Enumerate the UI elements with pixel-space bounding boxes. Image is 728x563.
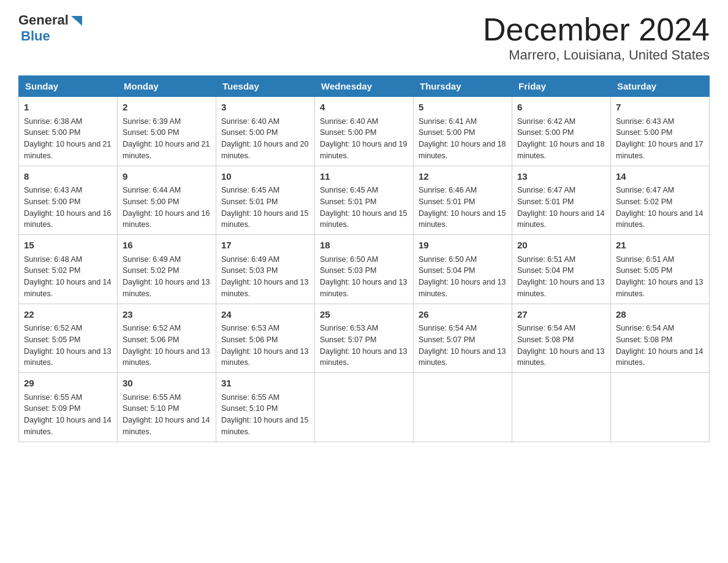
- calendar-header: SundayMondayTuesdayWednesdayThursdayFrid…: [19, 76, 710, 97]
- sunrise-label: Sunrise: 6:47 AM: [517, 186, 575, 194]
- daylight-label: Daylight: 10 hours and 13 minutes.: [24, 347, 111, 367]
- sunrise-label: Sunrise: 6:50 AM: [320, 255, 378, 264]
- sunset-label: Sunset: 5:07 PM: [320, 335, 376, 344]
- sunset-label: Sunset: 5:04 PM: [419, 266, 475, 275]
- sunset-label: Sunset: 5:01 PM: [320, 197, 376, 206]
- calendar-cell: 26Sunrise: 6:54 AMSunset: 5:07 PMDayligh…: [414, 304, 512, 373]
- sunset-label: Sunset: 5:00 PM: [24, 197, 80, 206]
- weekday-header-sunday: Sunday: [19, 76, 118, 97]
- sunrise-label: Sunrise: 6:43 AM: [24, 186, 82, 194]
- calendar-cell: 12Sunrise: 6:46 AMSunset: 5:01 PMDayligh…: [414, 166, 512, 235]
- sunrise-label: Sunrise: 6:48 AM: [24, 255, 82, 264]
- daylight-label: Daylight: 10 hours and 19 minutes.: [320, 140, 407, 160]
- daylight-label: Daylight: 10 hours and 13 minutes.: [320, 278, 407, 298]
- svg-marker-0: [71, 16, 82, 26]
- day-number: 8: [24, 170, 112, 184]
- sunrise-label: Sunrise: 6:54 AM: [616, 324, 674, 332]
- calendar-cell: 9Sunrise: 6:44 AMSunset: 5:00 PMDaylight…: [118, 166, 216, 235]
- daylight-label: Daylight: 10 hours and 21 minutes.: [123, 140, 210, 160]
- sunset-label: Sunset: 5:09 PM: [24, 404, 80, 413]
- calendar-cell: 4Sunrise: 6:40 AMSunset: 5:00 PMDaylight…: [315, 97, 414, 166]
- sunset-label: Sunset: 5:00 PM: [517, 128, 574, 137]
- sunset-label: Sunset: 5:01 PM: [517, 197, 574, 206]
- calendar-cell: 30Sunrise: 6:55 AMSunset: 5:10 PMDayligh…: [118, 373, 216, 442]
- calendar-week-row: 1Sunrise: 6:38 AMSunset: 5:00 PMDaylight…: [19, 97, 710, 166]
- day-number: 13: [517, 170, 605, 184]
- day-number: 20: [517, 239, 605, 253]
- day-number: 14: [616, 170, 704, 184]
- day-number: 29: [24, 377, 112, 391]
- calendar-cell: 27Sunrise: 6:54 AMSunset: 5:08 PMDayligh…: [512, 304, 611, 373]
- calendar-cell: 1Sunrise: 6:38 AMSunset: 5:00 PMDaylight…: [19, 97, 118, 166]
- day-number: 19: [419, 239, 507, 253]
- calendar-week-row: 22Sunrise: 6:52 AMSunset: 5:05 PMDayligh…: [19, 304, 710, 373]
- daylight-label: Daylight: 10 hours and 13 minutes.: [123, 347, 210, 367]
- calendar-cell: 18Sunrise: 6:50 AMSunset: 5:03 PMDayligh…: [315, 235, 414, 304]
- sunrise-label: Sunrise: 6:51 AM: [517, 255, 575, 264]
- calendar-cell: 22Sunrise: 6:52 AMSunset: 5:05 PMDayligh…: [19, 304, 118, 373]
- daylight-label: Daylight: 10 hours and 13 minutes.: [221, 278, 308, 298]
- calendar-cell: [512, 373, 611, 442]
- daylight-label: Daylight: 10 hours and 13 minutes.: [320, 347, 407, 367]
- sunset-label: Sunset: 5:06 PM: [221, 335, 278, 344]
- daylight-label: Daylight: 10 hours and 14 minutes.: [517, 209, 604, 229]
- day-number: 5: [419, 101, 507, 115]
- day-number: 2: [123, 101, 211, 115]
- sunset-label: Sunset: 5:00 PM: [123, 197, 179, 206]
- sunrise-label: Sunrise: 6:38 AM: [24, 117, 82, 126]
- sunrise-label: Sunrise: 6:53 AM: [221, 324, 279, 332]
- day-number: 21: [616, 239, 704, 253]
- sunrise-label: Sunrise: 6:39 AM: [123, 117, 181, 126]
- calendar-cell: 13Sunrise: 6:47 AMSunset: 5:01 PMDayligh…: [512, 166, 611, 235]
- sunrise-label: Sunrise: 6:43 AM: [616, 117, 674, 126]
- calendar-cell: 5Sunrise: 6:41 AMSunset: 5:00 PMDaylight…: [414, 97, 512, 166]
- daylight-label: Daylight: 10 hours and 14 minutes.: [616, 347, 703, 367]
- day-number: 16: [123, 239, 211, 253]
- calendar-cell: 17Sunrise: 6:49 AMSunset: 5:03 PMDayligh…: [216, 235, 315, 304]
- sunset-label: Sunset: 5:02 PM: [123, 266, 179, 275]
- calendar-cell: [315, 373, 414, 442]
- sunrise-label: Sunrise: 6:44 AM: [123, 186, 181, 194]
- daylight-label: Daylight: 10 hours and 14 minutes.: [616, 209, 703, 229]
- day-number: 7: [616, 101, 704, 115]
- weekday-header-tuesday: Tuesday: [216, 76, 315, 97]
- day-number: 26: [419, 308, 507, 322]
- calendar-cell: 31Sunrise: 6:55 AMSunset: 5:10 PMDayligh…: [216, 373, 315, 442]
- daylight-label: Daylight: 10 hours and 20 minutes.: [221, 140, 308, 160]
- sunset-label: Sunset: 5:05 PM: [24, 335, 80, 344]
- daylight-label: Daylight: 10 hours and 14 minutes.: [24, 416, 111, 436]
- calendar-cell: 14Sunrise: 6:47 AMSunset: 5:02 PMDayligh…: [611, 166, 710, 235]
- day-number: 18: [320, 239, 408, 253]
- daylight-label: Daylight: 10 hours and 13 minutes.: [616, 278, 703, 298]
- sunset-label: Sunset: 5:03 PM: [221, 266, 278, 275]
- calendar-title: December 2024: [483, 12, 710, 47]
- calendar-cell: 25Sunrise: 6:53 AMSunset: 5:07 PMDayligh…: [315, 304, 414, 373]
- calendar-cell: 6Sunrise: 6:42 AMSunset: 5:00 PMDaylight…: [512, 97, 611, 166]
- logo: General Blue: [18, 12, 83, 44]
- sunset-label: Sunset: 5:08 PM: [616, 335, 672, 344]
- daylight-label: Daylight: 10 hours and 15 minutes.: [419, 209, 506, 229]
- sunset-label: Sunset: 5:01 PM: [221, 197, 278, 206]
- sunrise-label: Sunrise: 6:49 AM: [221, 255, 279, 264]
- day-number: 12: [419, 170, 507, 184]
- sunrise-label: Sunrise: 6:55 AM: [221, 393, 279, 402]
- sunset-label: Sunset: 5:02 PM: [24, 266, 80, 275]
- weekday-header-wednesday: Wednesday: [315, 76, 414, 97]
- sunrise-label: Sunrise: 6:49 AM: [123, 255, 181, 264]
- calendar-table: SundayMondayTuesdayWednesdayThursdayFrid…: [18, 75, 710, 442]
- sunrise-label: Sunrise: 6:42 AM: [517, 117, 575, 126]
- day-number: 1: [24, 101, 112, 115]
- calendar-subtitle: Marrero, Louisiana, United States: [483, 47, 710, 63]
- daylight-label: Daylight: 10 hours and 13 minutes.: [123, 278, 210, 298]
- daylight-label: Daylight: 10 hours and 17 minutes.: [616, 140, 703, 160]
- day-number: 6: [517, 101, 605, 115]
- logo-general-text: General: [18, 12, 69, 28]
- daylight-label: Daylight: 10 hours and 18 minutes.: [419, 140, 506, 160]
- calendar-week-row: 8Sunrise: 6:43 AMSunset: 5:00 PMDaylight…: [19, 166, 710, 235]
- daylight-label: Daylight: 10 hours and 14 minutes.: [123, 416, 210, 436]
- sunrise-label: Sunrise: 6:40 AM: [320, 117, 378, 126]
- daylight-label: Daylight: 10 hours and 13 minutes.: [221, 347, 308, 367]
- sunrise-label: Sunrise: 6:53 AM: [320, 324, 378, 332]
- weekday-header-monday: Monday: [118, 76, 216, 97]
- sunrise-label: Sunrise: 6:55 AM: [123, 393, 181, 402]
